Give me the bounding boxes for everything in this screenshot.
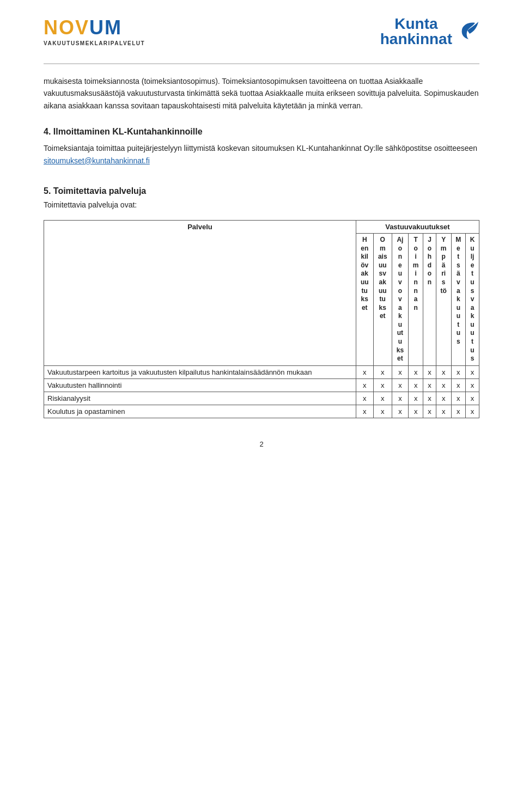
cell-3-7: x [466, 405, 479, 418]
cell-0-0: x [356, 365, 373, 378]
novum-logo: NOVUM VAKUUTUSMEKLARIPALVELUT [44, 16, 145, 46]
cell-3-0: x [356, 405, 373, 418]
novum-um: UM [89, 16, 122, 39]
cell-1-6: x [451, 378, 465, 392]
cell-1-7: x [466, 378, 479, 392]
section4-title: Ilmoittaminen KL-Kuntahankinnoille [53, 127, 203, 136]
service-name-2: Riskianalyysit [44, 392, 356, 405]
cell-1-3: x [409, 378, 423, 392]
cell-2-1: x [373, 392, 392, 405]
cell-2-3: x [409, 392, 423, 405]
service-name-0: Vakuutustarpeen kartoitus ja vakuutusten… [44, 365, 356, 378]
cell-0-5: x [436, 365, 451, 378]
cell-2-6: x [451, 392, 465, 405]
col-header-3: Toiminnan [409, 233, 423, 365]
kunta-word1: Kunta [394, 16, 437, 32]
cell-0-3: x [409, 365, 423, 378]
kunta-text: Kunta hankinnat [380, 16, 452, 47]
cell-3-3: x [409, 405, 423, 418]
section4-number: 4. [44, 127, 51, 136]
section4-text: Toimeksiantaja toimittaa puitejärjestely… [44, 144, 477, 152]
cell-2-2: x [392, 392, 408, 405]
table-row: Vakuutustarpeen kartoitus ja vakuutusten… [44, 365, 479, 378]
section5-subtitle: Toimitettavia palveluja ovat: [44, 200, 479, 209]
col-header-0: Henkilövakuutukset [356, 233, 373, 365]
novum-subtitle: VAKUUTUSMEKLARIPALVELUT [44, 40, 145, 46]
service-name-1: Vakuutusten hallinnointi [44, 378, 356, 392]
cell-3-1: x [373, 405, 392, 418]
kunta-logo-box: Kunta hankinnat [380, 16, 479, 47]
table-row: Koulutus ja opastaminen x x x x x x x x [44, 405, 479, 418]
section5-title: Toimitettavia palveluja [53, 186, 146, 196]
page: NOVUM VAKUUTUSMEKLARIPALVELUT Kunta hank… [0, 0, 523, 812]
table-row: Riskianalyysit x x x x x x x x [44, 392, 479, 405]
kunta-logo: Kunta hankinnat [380, 16, 479, 47]
vastuuvakuutukset-header: Vastuuvakuutukset [356, 220, 479, 233]
novum-nov: NOV [44, 16, 89, 39]
cell-1-1: x [373, 378, 392, 392]
page-number: 2 [44, 440, 479, 448]
header: NOVUM VAKUUTUSMEKLARIPALVELUT Kunta hank… [44, 16, 479, 47]
services-table: Palvelu Vastuuvakuutukset Henkilövakuutu… [44, 220, 479, 418]
cell-0-6: x [451, 365, 465, 378]
cell-1-0: x [356, 378, 373, 392]
cell-2-7: x [466, 392, 479, 405]
kunta-bird-icon [458, 17, 479, 46]
col-header-7: Kuljetusvakuutus [466, 233, 479, 365]
cell-1-5: x [436, 378, 451, 392]
cell-2-5: x [436, 392, 451, 405]
kunta-word2: hankinnat [380, 32, 452, 47]
cell-3-4: x [423, 405, 436, 418]
section4-body: Toimeksiantaja toimittaa puitejärjestely… [44, 142, 479, 167]
col-header-6: Metsävakuutus [451, 233, 465, 365]
col-header-1: Omaisuusvakuutukset [373, 233, 392, 365]
section5-heading: 5. Toimitettavia palveluja [44, 186, 479, 196]
novum-logo-text: NOVUM [44, 16, 122, 39]
cell-0-7: x [466, 365, 479, 378]
cell-2-4: x [423, 392, 436, 405]
service-name-3: Koulutus ja opastaminen [44, 405, 356, 418]
col-header-4: Johdon [423, 233, 436, 365]
palvelu-header: Palvelu [44, 220, 356, 365]
cell-2-0: x [356, 392, 373, 405]
cell-3-2: x [392, 405, 408, 418]
cell-1-4: x [423, 378, 436, 392]
col-header-2: Ajoneuvovakuutukset [392, 233, 408, 365]
email-link[interactable]: sitoumukset@kuntahankinnat.fi [44, 156, 150, 165]
table-row: Vakuutusten hallinnointi x x x x x x x x [44, 378, 479, 392]
cell-3-5: x [436, 405, 451, 418]
cell-0-1: x [373, 365, 392, 378]
section5-number: 5. [44, 186, 51, 196]
cell-3-6: x [451, 405, 465, 418]
cell-1-2: x [392, 378, 408, 392]
section4-heading: 4. Ilmoittaminen KL-Kuntahankinnoille [44, 127, 479, 137]
col-header-5: Ympäristö [436, 233, 451, 365]
header-divider [44, 63, 479, 64]
cell-0-2: x [392, 365, 408, 378]
intro-paragraph: mukaisesta toimeksiannosta (toimeksianto… [44, 75, 479, 112]
cell-0-4: x [423, 365, 436, 378]
